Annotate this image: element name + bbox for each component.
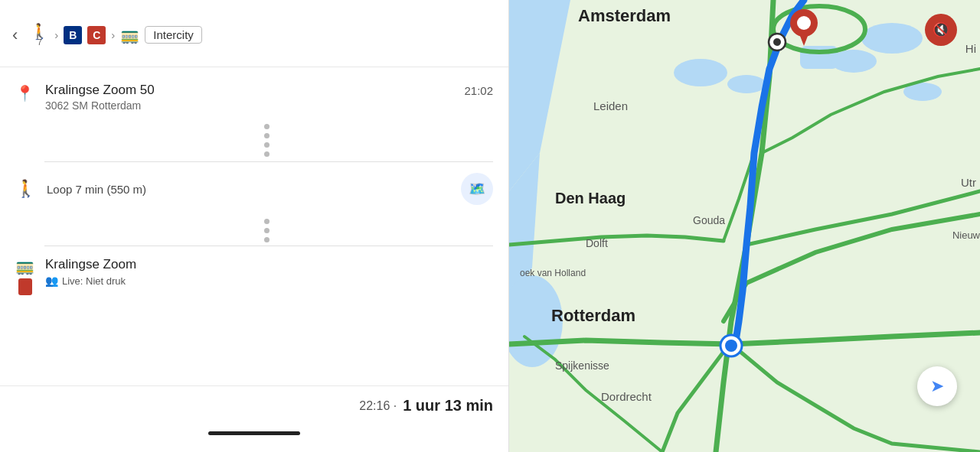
footer-arrival-time: 22:16 · [359,399,397,413]
nieuw-label: Nieuw [952,229,980,241]
directions-panel: ‹ 🚶 7 › B C › 🚃 Intercity 📍 Kralingse Zo… [0,0,509,452]
mute-icon: 🔇 [933,21,949,38]
map-panel: Amsterdam Leiden Den Haag Dolft Gouda Ro… [509,0,980,452]
origin-info: Kralingse Zoom 50 3062 SM Rotterdam [45,83,453,112]
walk-step-text: Loop 7 min (550 m) [47,183,450,196]
mini-map-button[interactable]: 🗺️ [461,173,493,205]
navigation-button[interactable]: ➤ [917,366,957,406]
transit-badge-c: C [87,26,106,44]
dots-connector-1 [0,119,508,161]
station-row: 🚃 Kralingse Zoom 👥 Live: Niet druk [0,246,508,303]
station-info: Kralingse Zoom 👥 Live: Niet druk [45,257,493,287]
walk-step-icon: 🚶 [15,179,36,199]
leiden-label: Leiden [593,99,628,112]
map-background [509,0,980,452]
dot [264,219,270,224]
station-train-icon: 🚃 [15,257,34,275]
route-header: ‹ 🚶 7 › B C › 🚃 Intercity [0,0,508,67]
svg-point-5 [674,59,727,86]
svg-point-18 [773,38,781,46]
svg-point-9 [861,23,923,54]
train-icon-header: 🚃 [120,26,139,44]
gouda-label: Gouda [693,214,725,226]
location-pin-icon: 📍 [15,84,34,102]
dot [264,142,270,148]
walk-step-row: 🚶 Loop 7 min (550 m) 🗺️ [0,162,508,216]
dot [264,237,270,242]
directions-content: 📍 Kralingse Zoom 50 3062 SM Rotterdam 21… [0,67,508,385]
amsterdam-label: Amsterdam [578,6,671,26]
station-name: Kralingse Zoom [45,257,493,272]
spijkenisse-label: Spijkenisse [555,359,609,372]
live-icon: 👥 [45,275,58,287]
dot [264,151,270,157]
svg-point-8 [831,50,877,73]
station-live: 👥 Live: Niet druk [45,275,493,287]
origin-row: 📍 Kralingse Zoom 50 3062 SM Rotterdam 21… [0,67,508,119]
compass-icon: ➤ [930,376,944,396]
dot [264,228,270,233]
scroll-indicator [208,431,300,435]
origin-name: Kralingse Zoom 50 [45,83,453,98]
intercity-badge: Intercity [145,26,202,44]
chevron-2: › [111,28,115,41]
svg-point-13 [725,340,737,352]
den-haag-label: Den Haag [555,190,626,207]
route-summary: 🚶 7 › B C › 🚃 Intercity [30,24,202,47]
map-icon: 🗺️ [469,180,485,197]
origin-time: 21:02 [464,84,493,97]
utr-label: Utr [961,176,976,189]
dordrecht-label: Dordrecht [601,390,652,403]
dolft-label: Dolft [586,237,608,249]
svg-point-6 [727,75,766,93]
rotterdam-label: Rotterdam [551,306,635,326]
dot [264,124,270,129]
dots-connector-2 [0,216,508,246]
footer-duration: 1 uur 13 min [403,397,493,415]
station-icon-wrap: 🚃 [15,257,34,295]
svg-point-15 [797,16,811,30]
mute-button[interactable]: 🔇 [925,14,957,46]
chevron-1: › [54,28,58,41]
hi-label: Hi [965,42,976,55]
back-button[interactable]: ‹ [12,25,18,45]
station-live-text: Live: Niet druk [62,275,126,287]
directions-footer: 22:16 · 1 uur 13 min [0,385,508,431]
hoek-label: oek van Holland [520,268,586,280]
station-line-badge [18,278,32,295]
origin-address: 3062 SM Rotterdam [45,99,453,112]
transit-badge-b: B [64,26,82,44]
dot [264,133,270,138]
walk-icon-header: 🚶 7 [30,24,49,47]
